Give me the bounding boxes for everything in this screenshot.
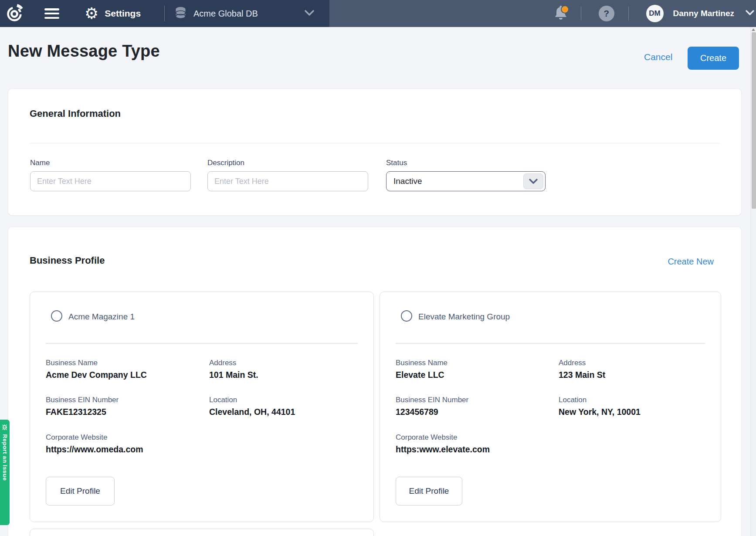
page-title: New Message Type [8,42,160,61]
business-name-label: Business Name [46,359,98,367]
business-profile-card: Business Profile Create New Acme Magazin… [8,227,742,536]
description-label: Description [207,159,368,167]
description-input[interactable] [207,171,368,191]
website-label: Corporate Website [396,433,457,442]
notification-badge [561,5,569,14]
navbar-left-section: ⚙ Settings Acme Global DB [0,0,329,27]
profile-name: Acme Magazine 1 [68,312,135,322]
location-value: New York, NY, 10001 [559,407,641,417]
bug-icon [2,424,8,431]
business-profile-option-partial[interactable] [30,529,374,536]
ein-label: Business EIN Number [46,396,119,404]
hamburger-menu-button[interactable] [44,8,59,19]
website-value: https:www.elevate.com [396,444,490,455]
user-menu-chevron-down-icon[interactable] [746,10,754,17]
database-name: Acme Global DB [193,9,258,19]
edit-profile-button[interactable]: Edit Profile [46,477,115,505]
top-navbar: ⚙ Settings Acme Global DB [0,0,756,27]
database-icon [175,7,186,20]
scrollbar-up-arrow-icon[interactable] [752,28,755,31]
website-label: Corporate Website [46,433,107,442]
section-divider [30,143,720,143]
settings-label: Settings [105,8,141,19]
location-label: Location [209,396,237,404]
navbar-right-section: ? DM Danny Martinez [554,0,756,27]
user-name: Danny Martinez [673,9,734,18]
select-chevron-down-icon [523,173,543,189]
business-profile-option-acme[interactable]: Acme Magazine 1 Business Name Acme Dev C… [30,292,374,522]
business-name-value: Acme Dev Company LLC [46,370,147,380]
profile-divider [46,343,358,344]
name-field-group: Name [30,159,191,191]
cancel-button[interactable]: Cancel [644,52,672,62]
business-name-label: Business Name [396,359,447,367]
hamburger-bar [44,8,59,10]
ein-value: 123456789 [396,407,438,417]
database-chevron-down-icon[interactable] [304,10,315,18]
create-button[interactable]: Create [688,47,739,70]
settings-nav-item[interactable]: ⚙ Settings [85,0,141,27]
location-label: Location [559,396,586,404]
edit-profile-button[interactable]: Edit Profile [396,477,462,505]
address-label: Address [209,359,236,367]
hamburger-bar [44,17,59,19]
name-label: Name [30,159,191,167]
database-selector[interactable]: Acme Global DB [175,0,258,27]
status-select[interactable]: Inactive [386,171,546,191]
navbar-divider [164,6,165,21]
app-viewport: ⚙ Settings Acme Global DB [0,0,756,536]
website-value: https://www.omeda.com [46,444,143,455]
name-input[interactable] [30,171,191,191]
business-profile-title: Business Profile [30,255,105,266]
profile-radio-button[interactable] [401,310,412,322]
omeda-logo-icon[interactable] [4,3,24,24]
gear-icon: ⚙ [85,6,98,21]
profile-radio-button[interactable] [51,310,62,322]
ein-label: Business EIN Number [396,396,468,404]
vertical-scrollbar-thumb[interactable] [752,32,756,209]
report-an-issue-tab[interactable]: Report an Issue [0,420,10,525]
user-avatar[interactable]: DM [646,5,664,22]
ein-value: FAKE12312325 [46,407,106,417]
vertical-scrollbar-track[interactable] [750,27,756,536]
status-label: Status [386,159,546,167]
navbar-divider [581,7,581,20]
address-label: Address [559,359,586,367]
create-new-button[interactable]: Create New [668,257,714,267]
status-selected-value: Inactive [386,176,422,186]
business-name-value: Elevate LLC [396,370,444,380]
address-value: 101 Main St. [209,370,258,380]
business-profile-option-elevate[interactable]: Elevate Marketing Group Business Name El… [380,292,721,522]
help-icon[interactable]: ? [599,6,614,21]
location-value: Cleveland, OH, 44101 [209,407,295,417]
status-field-group: Status Inactive [386,159,546,191]
notifications-bell-icon[interactable] [554,5,570,22]
navbar-divider [628,7,629,20]
description-field-group: Description [207,159,368,191]
address-value: 123 Main St [559,370,605,380]
profile-divider [396,343,705,344]
general-information-title: General Information [30,108,121,119]
hamburger-bar [44,13,59,15]
report-an-issue-label: Report an Issue [2,434,8,481]
general-information-card: General Information Name Description Sta… [8,88,742,216]
profile-name: Elevate Marketing Group [418,312,510,322]
